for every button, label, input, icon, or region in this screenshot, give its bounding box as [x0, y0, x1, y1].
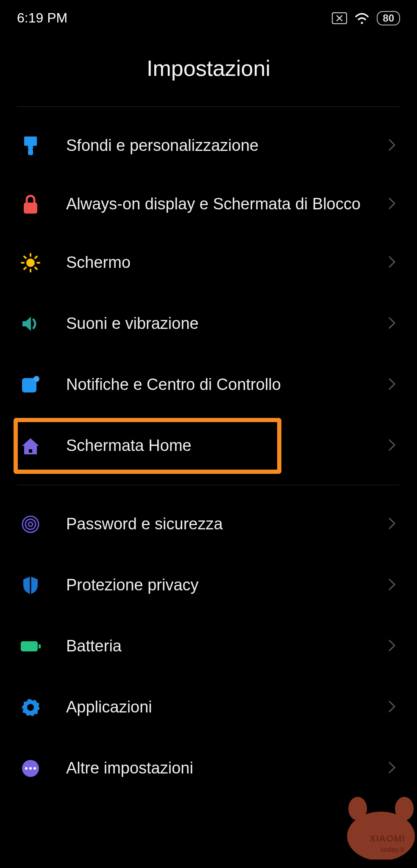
row-label: Notifiche e Centro di Controllo	[66, 375, 388, 395]
row-label: Batteria	[66, 636, 388, 657]
settings-row-display[interactable]: Schermo	[0, 232, 417, 293]
settings-row-notifications[interactable]: Notifiche e Centro di Controllo	[0, 354, 417, 415]
settings-row-aod-lockscreen[interactable]: Always-on display e Schermata di Blocco	[0, 176, 417, 232]
svg-line-13	[35, 256, 37, 258]
chevron-right-icon	[388, 761, 396, 776]
shield-icon	[17, 572, 44, 599]
page-title: Impostazioni	[0, 56, 417, 81]
chevron-right-icon	[388, 517, 396, 531]
settings-row-additional[interactable]: Altre impostazioni	[0, 738, 417, 799]
home-icon	[17, 432, 44, 459]
watermark-brand: XIAOMI	[370, 833, 405, 844]
fingerprint-icon	[17, 511, 44, 538]
no-sim-icon	[332, 12, 347, 24]
sun-icon	[17, 249, 44, 276]
svg-rect-21	[39, 644, 41, 648]
watermark: XIAOMI today.it	[341, 796, 417, 860]
chevron-right-icon	[388, 639, 396, 654]
svg-rect-16	[29, 449, 32, 453]
row-label: Password e sicurezza	[66, 514, 388, 534]
chevron-right-icon	[388, 139, 396, 153]
chevron-right-icon	[388, 256, 396, 270]
chevron-right-icon	[388, 700, 396, 715]
svg-line-11	[35, 267, 37, 269]
svg-point-24	[25, 767, 28, 770]
svg-point-22	[27, 704, 34, 711]
wifi-icon	[354, 12, 370, 25]
svg-rect-2	[28, 146, 33, 149]
row-label: Sfondi e personalizzazione	[66, 136, 388, 156]
settings-row-wallpaper[interactable]: Sfondi e personalizzazione	[0, 115, 417, 176]
watermark-site: today.it	[381, 846, 404, 854]
chevron-right-icon	[388, 317, 396, 331]
svg-rect-20	[21, 641, 38, 651]
speaker-icon	[17, 310, 44, 337]
status-time: 6:19 PM	[17, 10, 67, 26]
svg-line-10	[24, 256, 26, 258]
svg-line-12	[24, 267, 26, 269]
svg-point-15	[33, 376, 39, 382]
chevron-right-icon	[388, 378, 396, 392]
gear-icon	[17, 694, 44, 721]
svg-point-26	[33, 767, 36, 770]
settings-row-apps[interactable]: Applicazioni	[0, 677, 417, 738]
battery-icon	[17, 633, 44, 660]
chevron-right-icon	[388, 439, 396, 453]
more-icon	[17, 755, 44, 782]
row-label: Schermo	[66, 253, 388, 273]
settings-row-sound[interactable]: Suoni e vibrazione	[0, 293, 417, 354]
settings-row-password-security[interactable]: Password e sicurezza	[0, 494, 417, 555]
svg-point-25	[29, 767, 32, 770]
settings-row-privacy[interactable]: Protezione privacy	[0, 555, 417, 616]
brush-icon	[17, 132, 44, 159]
chevron-right-icon	[388, 578, 396, 593]
row-label: Always-on display e Schermata di Blocco	[66, 194, 388, 214]
svg-rect-4	[24, 203, 37, 214]
row-label: Protezione privacy	[66, 575, 388, 595]
svg-point-19	[28, 522, 33, 526]
battery-indicator: 80	[377, 11, 400, 25]
chevron-right-icon	[388, 197, 396, 211]
lock-icon	[17, 191, 44, 218]
row-label: Suoni e vibrazione	[66, 314, 388, 334]
status-bar: 6:19 PM 80	[0, 0, 417, 30]
settings-row-home-screen[interactable]: Schermata Home	[0, 415, 417, 476]
settings-section-1: Sfondi e personalizzazione Always-on dis…	[0, 107, 417, 485]
svg-rect-1	[24, 136, 37, 146]
row-label: Applicazioni	[66, 697, 388, 718]
settings-section-2: Password e sicurezza Protezione privacy …	[0, 485, 417, 807]
row-label: Altre impostazioni	[66, 758, 388, 779]
notification-icon	[17, 371, 44, 398]
svg-point-18	[25, 519, 36, 529]
status-right: 80	[332, 11, 400, 25]
svg-rect-3	[28, 149, 33, 155]
settings-row-battery[interactable]: Batteria	[0, 616, 417, 677]
row-label: Schermata Home	[66, 436, 388, 456]
svg-point-5	[26, 259, 35, 267]
